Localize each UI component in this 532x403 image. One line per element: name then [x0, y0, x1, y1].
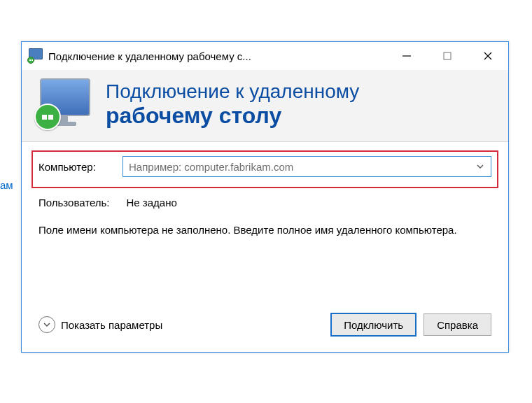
- info-message: Поле имени компьютера не заполнено. Введ…: [38, 222, 491, 238]
- minimize-button[interactable]: [386, 42, 427, 70]
- close-button[interactable]: [468, 42, 508, 70]
- window-controls: [386, 42, 508, 70]
- chevron-down-icon: [475, 162, 485, 171]
- show-options-toggle[interactable]: Показать параметры: [38, 316, 162, 333]
- help-button[interactable]: Справка: [424, 313, 491, 336]
- show-options-label: Показать параметры: [61, 319, 162, 331]
- header-banner: Подключение к удаленному рабочему столу: [22, 70, 508, 142]
- computer-label: Компьютер:: [38, 161, 111, 173]
- titlebar: Подключение к удаленному рабочему с...: [22, 42, 508, 70]
- banner-title: Подключение к удаленному рабочему столу: [106, 80, 359, 129]
- connect-button[interactable]: Подключить: [330, 313, 416, 337]
- dialog-footer: Показать параметры Подключить Справка: [22, 313, 508, 352]
- rdp-logo-icon: [36, 77, 92, 132]
- form-body: Компьютер: Например: computer.fabrikam.c…: [22, 142, 508, 313]
- computer-combobox[interactable]: Например: computer.fabrikam.com: [122, 156, 491, 177]
- app-icon: [27, 48, 43, 64]
- highlighted-field: Компьютер: Например: computer.fabrikam.c…: [31, 150, 498, 188]
- maximize-button[interactable]: [427, 42, 468, 70]
- background-text-fragment: ам: [0, 179, 20, 191]
- user-label: Пользователь:: [38, 197, 110, 208]
- window-title: Подключение к удаленному рабочему с...: [48, 50, 378, 62]
- computer-field-row: Компьютер: Например: computer.fabrikam.c…: [38, 156, 491, 177]
- svg-rect-1: [444, 52, 451, 59]
- chevron-down-circle-icon: [38, 316, 55, 333]
- banner-title-line2: рабочему столу: [106, 103, 359, 129]
- user-field-row: Пользователь: Не задано: [38, 197, 491, 208]
- rdp-dialog: Подключение к удаленному рабочему с... П…: [21, 41, 509, 353]
- banner-title-line1: Подключение к удаленному: [106, 80, 359, 103]
- computer-placeholder: Например: computer.fabrikam.com: [129, 161, 475, 173]
- user-value: Не задано: [127, 197, 177, 208]
